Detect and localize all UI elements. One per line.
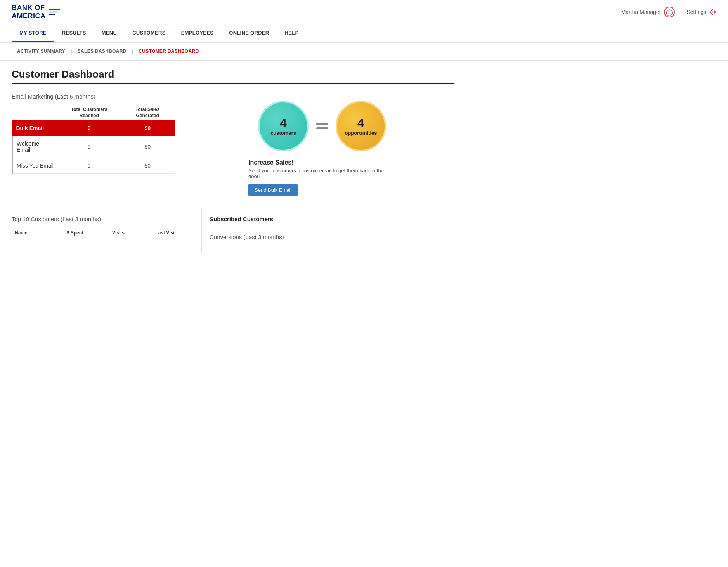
blue-divider (12, 83, 454, 84)
miss-you-email-customers: 0 (58, 158, 120, 174)
bulk-email-sales: $0 (120, 120, 175, 136)
user-name: Martha Manager (621, 9, 661, 15)
col-sales-generated: Total Sales Generated (120, 105, 175, 120)
nav-item-menu[interactable]: MENU (94, 24, 125, 42)
equals-bar-top (316, 123, 328, 125)
settings-label: Settings (686, 9, 706, 15)
opportunities-area: 4 customers 4 opportunities Increase Sal… (190, 93, 454, 196)
col-name: Name (12, 228, 51, 238)
top-customers-section: Top 10 Customers (Last 3 months) Name $ … (12, 208, 202, 253)
welcome-email-customers: 0 (58, 136, 120, 158)
header: BANK OF AMERICA Martha Manager ◯ Setting… (0, 0, 728, 24)
col-customers-reached: Total Customers Reached (58, 105, 120, 120)
sub-nav-sales-dashboard[interactable]: SALES DASHBOARD (72, 46, 132, 57)
increase-sales-desc: Send your customers a custom email to ge… (248, 168, 396, 179)
nav-item-employees[interactable]: EMPLOYEES (173, 24, 222, 42)
opportunities-count: 4 (357, 116, 364, 130)
equals-icon (316, 123, 328, 129)
gear-icon: ⚙ (709, 7, 716, 17)
logo-text: BANK OF AMERICA (12, 4, 46, 20)
settings-button[interactable]: Settings ⚙ (686, 7, 716, 17)
col-last-visit: Last Visit (138, 228, 194, 238)
customers-circle: 4 customers (258, 101, 309, 151)
primary-nav: MY STORE RESULTS MENU CUSTOMERS EMPLOYEE… (0, 24, 728, 43)
logo: BANK OF AMERICA (12, 4, 60, 20)
flag-blue-stripe (49, 14, 55, 15)
col-email-type (12, 105, 58, 120)
nav-item-results[interactable]: RESULTS (54, 24, 94, 42)
sub-nav: ACTIVITY SUMMARY | SALES DASHBOARD | CUS… (0, 43, 728, 61)
increase-sales-text: Increase Sales! Send your customers a cu… (248, 159, 396, 196)
email-table-area: Email Marketing (Last 6 months) Total Cu… (12, 93, 175, 174)
user-icon: ◯ (664, 7, 675, 17)
subscribed-customers-title: Subscribed Customers (210, 216, 446, 222)
email-marketing-title: Email Marketing (12, 93, 54, 100)
nav-item-help[interactable]: HELP (277, 24, 307, 42)
customers-count: 4 (280, 116, 287, 130)
email-marketing-sub: (Last 6 months) (55, 93, 95, 100)
logo-flag (49, 9, 60, 15)
welcome-email-row: Welcome Email 0 $0 (12, 136, 175, 158)
customers-table: Name $ Spent Visits Last Visit (12, 228, 194, 238)
miss-you-email-label: Miss You Email (12, 158, 58, 174)
sub-nav-activity-summary[interactable]: ACTIVITY SUMMARY (12, 46, 71, 57)
customers-label: customers (270, 130, 296, 136)
conversions-title: Conversions (210, 234, 242, 240)
bottom-sections: Top 10 Customers (Last 3 months) Name $ … (12, 208, 454, 253)
welcome-email-label: Welcome Email (12, 136, 58, 158)
sub-nav-customer-dashboard[interactable]: CUSTOMER DASHBOARD (133, 46, 204, 57)
logo-text-2: AMERICA (12, 12, 46, 20)
page-content: Customer Dashboard Email Marketing (Last… (0, 61, 466, 261)
logo-text-1: BANK OF (12, 4, 45, 12)
bulk-email-label: Bulk Email (12, 120, 58, 136)
flag-white-stripe (49, 11, 57, 13)
opportunities-circle: 4 opportunities (336, 101, 386, 151)
flag-red-stripe (49, 9, 60, 10)
col-visits: Visits (99, 228, 138, 238)
equals-bar-bottom (316, 127, 328, 129)
welcome-email-sales: $0 (120, 136, 175, 158)
page-title: Customer Dashboard (12, 68, 454, 80)
col-spent: $ Spent (51, 228, 99, 238)
send-bulk-email-button[interactable]: Send Bulk Email (248, 184, 298, 196)
nav-item-online-order[interactable]: ONLINE ORDER (221, 24, 277, 42)
top-customers-sub: (Last 3 months) (61, 216, 101, 222)
user-area: Martha Manager ◯ Settings ⚙ (621, 7, 716, 17)
nav-item-customers[interactable]: CUSTOMERS (125, 24, 173, 42)
email-marketing-heading: Email Marketing (Last 6 months) (12, 93, 175, 100)
bulk-email-customers: 0 (58, 120, 120, 136)
conversions-heading: Conversions (Last 3 months) (210, 234, 446, 240)
email-table: Total Customers Reached Total Sales Gene… (12, 105, 175, 174)
top-customers-heading: Top 10 Customers (Last 3 months) (12, 216, 194, 222)
increase-sales-title: Increase Sales! (248, 159, 396, 166)
top-customers-title: Top 10 Customers (12, 216, 59, 222)
user-info[interactable]: Martha Manager ◯ (621, 7, 675, 17)
conversions-sub: (Last 3 months) (244, 234, 284, 240)
nav-item-my-store[interactable]: MY STORE (12, 24, 54, 42)
miss-you-email-sales: $0 (120, 158, 175, 174)
subscribed-customers-section: Subscribed Customers Conversions (Last 3… (202, 208, 454, 253)
email-marketing-section: Email Marketing (Last 6 months) Total Cu… (12, 93, 454, 196)
circles-row: 4 customers 4 opportunities (258, 101, 386, 151)
opportunities-label: opportunities (345, 130, 377, 136)
subscribed-divider (210, 228, 446, 228)
bulk-email-row: Bulk Email 0 $0 (12, 120, 175, 136)
miss-you-email-row: Miss You Email 0 $0 (12, 158, 175, 174)
